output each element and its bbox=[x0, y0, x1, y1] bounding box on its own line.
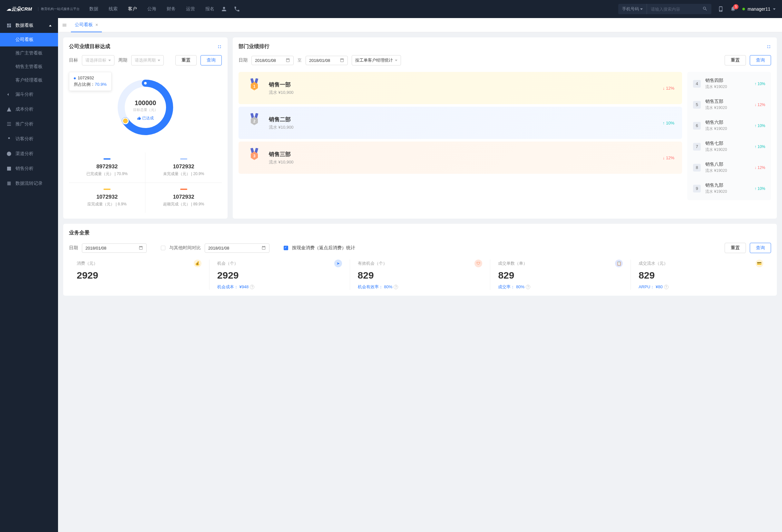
stat-1: 1072932未完成量（元） | 20.9% bbox=[145, 152, 222, 183]
sidebar-item-2[interactable]: 推广分析 bbox=[0, 117, 58, 132]
card-title: 业务全景 bbox=[69, 229, 771, 236]
reset-button[interactable]: 重置 bbox=[724, 55, 746, 66]
calendar-icon bbox=[286, 58, 290, 63]
rank-item-6: 6销售六部流水 ¥19020↑ 10% bbox=[687, 115, 771, 136]
top-nav: 数据线索客户公海财务运营报名 bbox=[89, 6, 214, 12]
rank-item-4: 4销售四部流水 ¥19020↑ 10% bbox=[687, 73, 771, 94]
rank-card-3: 3销售三部流水 ¥10,900↓ 12% bbox=[239, 142, 682, 174]
kpi-row: 消费（元）💰2929机会（个）➤2929机会成本： ¥948 ?有效机会（个）🛡… bbox=[69, 259, 771, 290]
donut-chart: 1072932 所占比例：70.9% 100000 目标总量（ bbox=[69, 72, 222, 146]
logo-mark: ☁云朵CRM bbox=[6, 4, 35, 14]
svg-point-3 bbox=[122, 118, 128, 124]
sidebar-item-1[interactable]: 成本分析 bbox=[0, 102, 58, 117]
sidebar-sub-3[interactable]: 客户经理看板 bbox=[0, 73, 58, 87]
stat-0: 8972932已完成量（元） | 70.9% bbox=[69, 152, 145, 183]
username: manager11 bbox=[747, 6, 771, 11]
logo[interactable]: ☁云朵CRM 教育机构一站式服务云平台 bbox=[6, 4, 80, 14]
close-icon[interactable]: × bbox=[96, 22, 98, 27]
status-dot bbox=[742, 8, 745, 10]
expand-icon[interactable] bbox=[767, 44, 771, 49]
stat-by-select[interactable]: 按工单客户经理统计 bbox=[352, 55, 401, 66]
sidebar-sub-2[interactable]: 销售主管看板 bbox=[0, 60, 58, 73]
calendar-icon bbox=[261, 246, 266, 250]
kpi-1: 机会（个）➤2929机会成本： ¥948 ? bbox=[210, 259, 350, 290]
sidebar: 数据看板 公司看板推广主管看板销售主管看板客户经理看板 漏斗分析成本分析推广分析… bbox=[0, 18, 58, 532]
rank-item-5: 5销售五部流水 ¥19020↓ 12% bbox=[687, 94, 771, 115]
logo-tagline: 教育机构一站式服务云平台 bbox=[38, 7, 80, 11]
chevron-down-icon bbox=[773, 8, 776, 10]
tabs-bar: 公司看板 × bbox=[58, 18, 782, 32]
phone-icon[interactable] bbox=[234, 6, 240, 12]
stat-2: 1072932应完成量（元） | 8.9% bbox=[69, 183, 145, 213]
user-menu[interactable]: manager11 bbox=[742, 6, 776, 11]
query-button[interactable]: 查询 bbox=[750, 55, 771, 66]
card-dept-ranking: 部门业绩排行 日期 2018/01/08 至 2018/01/08 按工单客户经… bbox=[233, 37, 777, 219]
cash-label: 按现金消费（返点后消费）统计 bbox=[292, 245, 355, 251]
tab-company-dashboard[interactable]: 公司看板 × bbox=[71, 18, 102, 32]
card-target-achievement: 公司业绩目标达成 目标 请选择目标 周期 请选择周期 重置 查询 bbox=[63, 37, 227, 219]
reset-button[interactable]: 重置 bbox=[175, 55, 197, 66]
nav-运营[interactable]: 运营 bbox=[186, 6, 195, 12]
query-button[interactable]: 查询 bbox=[750, 243, 771, 253]
collapse-icon[interactable] bbox=[62, 23, 67, 28]
date-from-input[interactable]: 2018/01/08 bbox=[251, 56, 294, 65]
kpi-0: 消费（元）💰2929 bbox=[69, 259, 210, 290]
sidebar-item-3[interactable]: 访客分析 bbox=[0, 132, 58, 146]
user-icon[interactable] bbox=[221, 6, 227, 12]
kpi-2: 有效机会（个）🛡829机会有效率： 80% ? bbox=[350, 259, 491, 290]
rank-card-1: 1销售一部流水 ¥10,900↓ 12% bbox=[239, 72, 682, 104]
query-button[interactable]: 查询 bbox=[201, 55, 222, 66]
nav-客户[interactable]: 客户 bbox=[128, 6, 137, 12]
date-separator: 至 bbox=[297, 58, 302, 63]
sidebar-item-4[interactable]: 渠道分析 bbox=[0, 146, 58, 161]
card-title: 公司业绩目标达成 bbox=[69, 43, 110, 50]
rank-card-2: 2销售二部流水 ¥10,900↑ 10% bbox=[239, 107, 682, 139]
sidebar-group-dashboard[interactable]: 数据看板 bbox=[0, 18, 58, 33]
search-input[interactable] bbox=[647, 7, 699, 11]
reset-button[interactable]: 重置 bbox=[724, 243, 746, 253]
rank-item-8: 8销售八部流水 ¥19020↓ 12% bbox=[687, 157, 771, 178]
card-title: 部门业绩排行 bbox=[239, 43, 270, 50]
period-select[interactable]: 请选择周期 bbox=[131, 55, 164, 66]
search-type-select[interactable]: 手机号码 bbox=[618, 4, 647, 14]
date-to-input[interactable]: 2018/01/08 bbox=[306, 56, 348, 65]
period-label: 周期 bbox=[118, 58, 127, 63]
sidebar-item-5[interactable]: 销售分析 bbox=[0, 161, 58, 176]
nav-线索[interactable]: 线索 bbox=[109, 6, 118, 12]
svg-text:2: 2 bbox=[253, 119, 256, 123]
target-select[interactable]: 请选择目标 bbox=[82, 55, 114, 66]
date-input[interactable]: 2018/01/08 bbox=[82, 243, 147, 253]
rank-item-7: 7销售七部流水 ¥19020↑ 10% bbox=[687, 136, 771, 157]
calendar-icon bbox=[340, 58, 344, 63]
sidebar-item-0[interactable]: 漏斗分析 bbox=[0, 87, 58, 102]
dashboard-icon bbox=[6, 23, 11, 28]
sidebar-sub-0[interactable]: 公司看板 bbox=[0, 33, 58, 46]
compare-checkbox[interactable] bbox=[161, 246, 165, 250]
notif-badge: 5 bbox=[733, 4, 739, 9]
sidebar-item-6[interactable]: 数据流转记录 bbox=[0, 176, 58, 191]
mobile-icon[interactable] bbox=[718, 6, 724, 12]
target-label: 目标 bbox=[69, 58, 78, 63]
search-group: 手机号码 bbox=[618, 4, 711, 14]
tab-label: 公司看板 bbox=[75, 22, 93, 28]
search-button[interactable] bbox=[699, 6, 711, 12]
notification-bell[interactable]: 5 bbox=[730, 6, 736, 12]
rank-item-9: 9销售九部流水 ¥19020↑ 10% bbox=[687, 178, 771, 199]
svg-point-2 bbox=[144, 82, 147, 84]
cash-checkbox[interactable] bbox=[284, 246, 288, 250]
sidebar-subs: 公司看板推广主管看板销售主管看板客户经理看板 bbox=[0, 33, 58, 87]
donut-center: 100000 目标总量（元） 已达成 bbox=[133, 99, 158, 121]
sidebar-sub-1[interactable]: 推广主管看板 bbox=[0, 46, 58, 60]
nav-报名[interactable]: 报名 bbox=[205, 6, 214, 12]
kpi-4: 成交流水（元）💳829ARPU： ¥80 ? bbox=[631, 259, 771, 290]
nav-公海[interactable]: 公海 bbox=[147, 6, 156, 12]
nav-数据[interactable]: 数据 bbox=[89, 6, 98, 12]
compare-date-input[interactable]: 2018/01/08 bbox=[205, 243, 270, 253]
nav-icons bbox=[221, 6, 240, 12]
sidebar-items: 漏斗分析成本分析推广分析访客分析渠道分析销售分析数据流转记录 bbox=[0, 87, 58, 191]
chart-tooltip: 1072932 所占比例：70.9% bbox=[69, 72, 111, 91]
svg-text:3: 3 bbox=[253, 154, 256, 158]
expand-icon[interactable] bbox=[217, 44, 222, 49]
nav-财务[interactable]: 财务 bbox=[167, 6, 176, 12]
header: ☁云朵CRM 教育机构一站式服务云平台 数据线索客户公海财务运营报名 手机号码 … bbox=[0, 0, 782, 18]
